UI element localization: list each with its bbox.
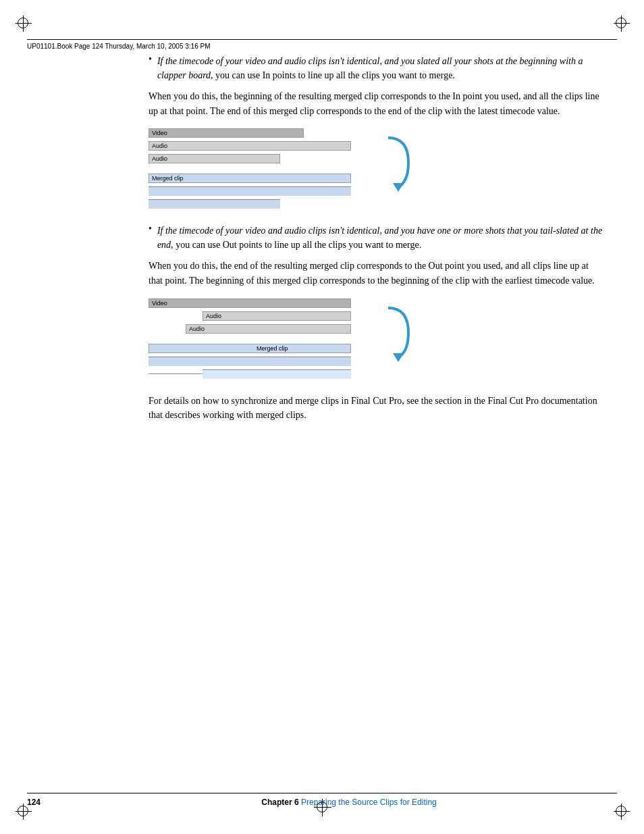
- arrow-2: [385, 305, 415, 365]
- track-container-1: Video Audio Audio: [149, 128, 378, 209]
- corner-crosshair-br: [616, 806, 626, 816]
- arrow-svg-1: [385, 134, 415, 192]
- svg-marker-1: [393, 353, 404, 362]
- merged-sub2-left: [149, 373, 203, 374]
- track-row-video-1: Video: [149, 128, 378, 138]
- diagram-1-wrapper: Video Audio Audio: [149, 128, 378, 211]
- merged-bar-1: Merged clip: [149, 174, 351, 183]
- header-bar: UP01101.Book Page 124 Thursday, March 10…: [27, 39, 617, 50]
- video-bar-1: Video: [149, 128, 304, 138]
- bottom-center-crosshair: [317, 802, 327, 812]
- merged-sub1-2: [149, 357, 351, 366]
- audio2-bar-1: Audio: [149, 154, 280, 163]
- bullet-point-1: • If the timecode of your video and audi…: [149, 54, 603, 82]
- bullet-point-2: • If the timecode of your video and audi…: [149, 224, 603, 252]
- footer-page-number: 124: [27, 798, 81, 807]
- footer-chapter-label: Chapter 6: [261, 798, 298, 807]
- bullet-text-2: If the timecode of your video and audio …: [157, 224, 603, 252]
- track-row-merged-sub2-2: [149, 369, 378, 380]
- track-row-video-2: Video: [149, 298, 378, 309]
- track-row-merged-2: Merged clip: [149, 343, 378, 354]
- audio2-bar-2: Audio: [186, 324, 351, 334]
- bullet1-body: When you do this, the beginning of the r…: [149, 89, 603, 118]
- bullet2-body: When you do this, the end of the resulti…: [149, 259, 603, 288]
- merged-sub2-1: [149, 199, 280, 209]
- arrow-svg-2: [385, 305, 415, 362]
- video-bar-2: Video: [149, 298, 351, 308]
- track-container-2: Video Audio: [149, 298, 378, 380]
- track-row-audio2-1: Audio: [149, 153, 378, 164]
- track-row-audio1-2: Audio: [149, 311, 378, 321]
- bullet-section-2: • If the timecode of your video and audi…: [149, 224, 603, 381]
- diagram-2: Video Audio: [149, 298, 603, 382]
- final-paragraph: For details on how to synchronize and me…: [149, 394, 603, 423]
- footer-chapter-info: Chapter 6 Preparing the Source Clips for…: [81, 798, 617, 807]
- audio1-bar-1: Audio: [149, 141, 351, 151]
- page: UP01101.Book Page 124 Thursday, March 10…: [0, 0, 644, 834]
- corner-crosshair-bl: [18, 806, 28, 816]
- bullet2-normal: you can use Out points to line up all th…: [173, 240, 422, 250]
- track-row-merged-sub2: [149, 199, 378, 209]
- spacer-2: [149, 336, 378, 343]
- bullet-text-1: If the timecode of your video and audio …: [157, 54, 603, 82]
- merged-bar-2: Merged clip: [149, 344, 351, 353]
- merged-sub1-1: [149, 186, 351, 196]
- track-row-merged-sub1-2: [149, 356, 378, 367]
- arrow-1: [385, 134, 415, 194]
- track-row-audio2-2: Audio: [149, 323, 378, 334]
- track-row-audio1-1: Audio: [149, 140, 378, 151]
- track-row-merged-1: Merged clip: [149, 173, 378, 184]
- bullet-dot-1: •: [149, 54, 152, 82]
- header-file-info: UP01101.Book Page 124 Thursday, March 10…: [27, 43, 210, 50]
- corner-crosshair-tl: [18, 18, 28, 28]
- corner-crosshair-tr: [616, 18, 626, 28]
- bullet-section-1: • If the timecode of your video and audi…: [149, 54, 603, 211]
- spacer-1: [149, 166, 378, 173]
- bullet1-normal: you can use In points to line up all the…: [213, 70, 455, 80]
- bullet-dot-2: •: [149, 224, 152, 252]
- main-content: • If the timecode of your video and audi…: [149, 54, 603, 766]
- svg-marker-0: [393, 183, 404, 192]
- diagram-1: Video Audio Audio: [149, 128, 603, 211]
- track-row-merged-sub1: [149, 186, 378, 197]
- audio1-bar-2: Audio: [203, 311, 351, 321]
- diagram-2-wrapper: Video Audio: [149, 298, 378, 382]
- merged-sub2-2: [203, 369, 351, 379]
